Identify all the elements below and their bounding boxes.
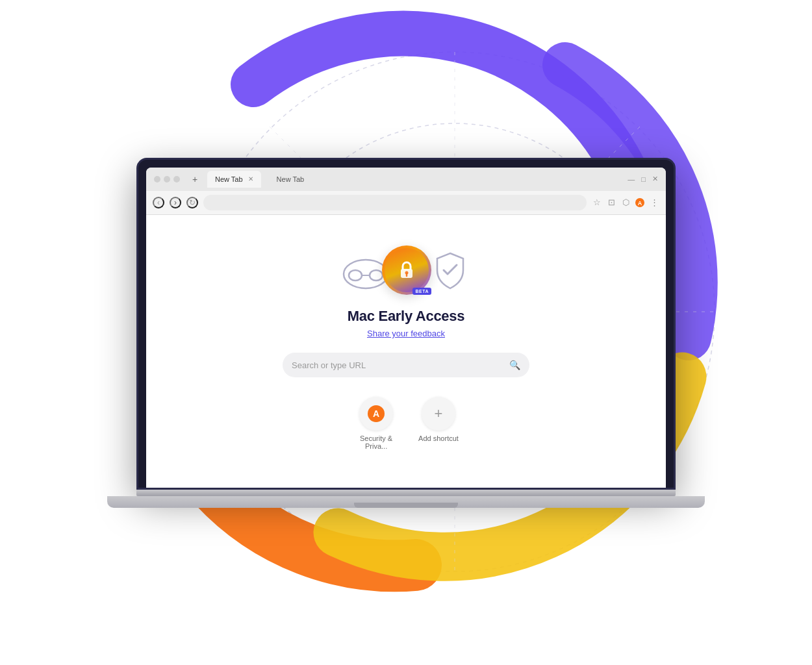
search-placeholder: Search or type URL (292, 360, 503, 370)
address-bar[interactable] (203, 195, 587, 210)
window-restore-icon[interactable]: □ (641, 175, 646, 183)
shortcut-add[interactable]: + Add shortcut (418, 397, 459, 442)
avast-toolbar-icon[interactable]: A (635, 197, 645, 208)
refresh-icon: ↻ (189, 198, 196, 207)
newtab-page: BETA Mac Early Access Share (146, 215, 666, 488)
svg-point-9 (344, 260, 388, 288)
active-tab[interactable]: New Tab ✕ (207, 171, 261, 188)
menu-icon[interactable]: ⋮ (649, 197, 659, 208)
beta-badge: BETA (412, 288, 431, 295)
window-close-icon[interactable]: ✕ (652, 175, 658, 183)
browser-toolbar: ‹ › ↻ ☆ ⊡ ⬡ (146, 191, 666, 215)
laptop-hinge (136, 490, 676, 496)
security-shortcut-icon: A (359, 397, 393, 431)
second-tab-label[interactable]: New Tab (277, 175, 305, 183)
window-controls (154, 176, 180, 182)
svg-point-11 (370, 270, 383, 281)
forward-button[interactable]: › (170, 197, 181, 208)
laptop: + New Tab ✕ New Tab — □ ✕ (123, 158, 689, 508)
scene: + New Tab ✕ New Tab — □ ✕ (0, 0, 812, 665)
laptop-body: + New Tab ✕ New Tab — □ ✕ (136, 158, 676, 490)
add-shortcut-icon: + (422, 397, 455, 431)
lock-circle-icon: BETA (382, 245, 431, 295)
window-close-button[interactable] (154, 176, 160, 182)
page-title: Mac Early Access (348, 308, 464, 325)
shortcut-security[interactable]: A Security & Priva... (353, 397, 399, 450)
active-tab-label: New Tab (215, 175, 243, 183)
back-icon: ‹ (157, 198, 160, 207)
hero-icons: BETA (340, 245, 472, 295)
extensions-icon[interactable]: ⬡ (620, 197, 631, 208)
cast-icon[interactable]: ⊡ (606, 197, 616, 208)
laptop-base (107, 496, 705, 508)
add-shortcut-label: Add shortcut (418, 434, 459, 442)
back-button[interactable]: ‹ (153, 197, 164, 208)
browser-titlebar: + New Tab ✕ New Tab — □ ✕ (146, 168, 666, 191)
bookmark-icon[interactable]: ☆ (592, 197, 602, 208)
feedback-link[interactable]: Share your feedback (367, 329, 445, 338)
mask-icon (340, 253, 385, 287)
svg-point-10 (349, 270, 362, 281)
window-minimize-icon[interactable]: — (628, 175, 635, 183)
svg-text:A: A (373, 408, 379, 419)
svg-text:A: A (638, 200, 642, 207)
shortcuts-row: A Security & Priva... + Add shortcut (353, 397, 459, 450)
window-minimize-button[interactable] (164, 176, 170, 182)
active-tab-close[interactable]: ✕ (248, 175, 253, 182)
refresh-button[interactable]: ↻ (186, 197, 198, 208)
search-bar[interactable]: Search or type URL 🔍 (283, 353, 529, 377)
browser-chrome: + New Tab ✕ New Tab — □ ✕ (146, 168, 666, 488)
shield-icon (428, 248, 472, 292)
search-icon[interactable]: 🔍 (509, 360, 520, 370)
forward-icon: › (174, 198, 177, 207)
new-tab-button[interactable]: + (188, 172, 202, 186)
security-shortcut-label: Security & Priva... (353, 434, 399, 450)
window-maximize-button[interactable] (173, 176, 180, 182)
toolbar-icons: ☆ ⊡ ⬡ A ⋮ (592, 197, 659, 208)
